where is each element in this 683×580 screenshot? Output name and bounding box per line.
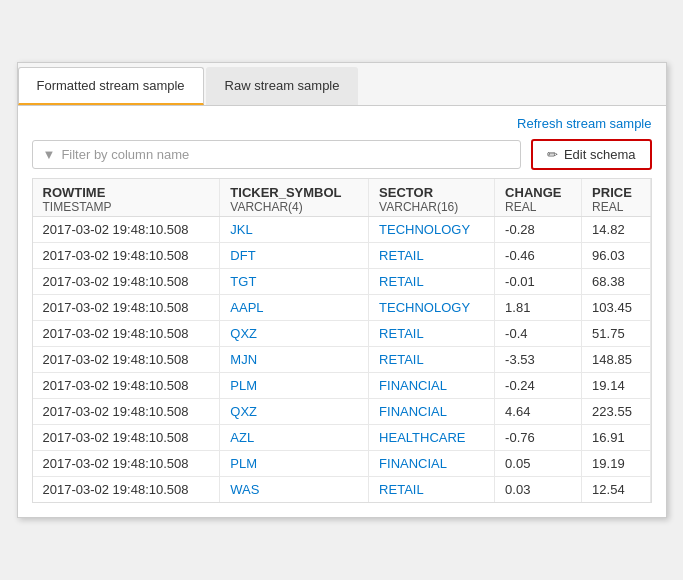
data-table: ROWTIME TIMESTAMP TICKER_SYMBOL VARCHAR(… <box>33 179 651 502</box>
cell-price: 12.54 <box>582 477 650 503</box>
tab-formatted-label: Formatted stream sample <box>37 78 185 93</box>
filter-row: ▼ Filter by column name ✏ Edit schema <box>32 139 652 170</box>
cell-sector: RETAIL <box>369 347 495 373</box>
cell-change: -0.4 <box>495 321 582 347</box>
cell-change: 0.03 <box>495 477 582 503</box>
tab-bar: Formatted stream sample Raw stream sampl… <box>18 63 666 106</box>
main-window: Formatted stream sample Raw stream sampl… <box>17 62 667 518</box>
cell-rowtime: 2017-03-02 19:48:10.508 <box>33 243 220 269</box>
cell-sector: RETAIL <box>369 321 495 347</box>
filter-input[interactable]: ▼ Filter by column name <box>32 140 521 169</box>
cell-ticker: PLM <box>220 373 369 399</box>
col-header-change: CHANGE REAL <box>495 179 582 217</box>
cell-rowtime: 2017-03-02 19:48:10.508 <box>33 321 220 347</box>
table-row: 2017-03-02 19:48:10.508 QXZ RETAIL -0.4 … <box>33 321 651 347</box>
cell-change: 1.81 <box>495 295 582 321</box>
cell-price: 103.45 <box>582 295 650 321</box>
cell-ticker: JKL <box>220 217 369 243</box>
cell-sector: RETAIL <box>369 477 495 503</box>
cell-rowtime: 2017-03-02 19:48:10.508 <box>33 373 220 399</box>
table-row: 2017-03-02 19:48:10.508 WAS RETAIL 0.03 … <box>33 477 651 503</box>
table-row: 2017-03-02 19:48:10.508 TGT RETAIL -0.01… <box>33 269 651 295</box>
pencil-icon: ✏ <box>547 147 558 162</box>
table-header-row: ROWTIME TIMESTAMP TICKER_SYMBOL VARCHAR(… <box>33 179 651 217</box>
table-row: 2017-03-02 19:48:10.508 JKL TECHNOLOGY -… <box>33 217 651 243</box>
cell-change: 0.05 <box>495 451 582 477</box>
cell-price: 96.03 <box>582 243 650 269</box>
table-row: 2017-03-02 19:48:10.508 PLM FINANCIAL -0… <box>33 373 651 399</box>
cell-rowtime: 2017-03-02 19:48:10.508 <box>33 477 220 503</box>
toolbar: Refresh stream sample <box>32 116 652 131</box>
cell-price: 19.19 <box>582 451 650 477</box>
table-row: 2017-03-02 19:48:10.508 MJN RETAIL -3.53… <box>33 347 651 373</box>
cell-ticker: QXZ <box>220 321 369 347</box>
cell-change: -3.53 <box>495 347 582 373</box>
filter-placeholder: Filter by column name <box>61 147 189 162</box>
cell-ticker: DFT <box>220 243 369 269</box>
cell-price: 148.85 <box>582 347 650 373</box>
table-row: 2017-03-02 19:48:10.508 PLM FINANCIAL 0.… <box>33 451 651 477</box>
cell-rowtime: 2017-03-02 19:48:10.508 <box>33 347 220 373</box>
cell-price: 223.55 <box>582 399 650 425</box>
cell-change: 4.64 <box>495 399 582 425</box>
cell-sector: RETAIL <box>369 243 495 269</box>
cell-sector: FINANCIAL <box>369 399 495 425</box>
cell-rowtime: 2017-03-02 19:48:10.508 <box>33 217 220 243</box>
cell-price: 14.82 <box>582 217 650 243</box>
edit-schema-button[interactable]: ✏ Edit schema <box>531 139 652 170</box>
cell-sector: FINANCIAL <box>369 373 495 399</box>
cell-ticker: MJN <box>220 347 369 373</box>
cell-ticker: TGT <box>220 269 369 295</box>
cell-rowtime: 2017-03-02 19:48:10.508 <box>33 295 220 321</box>
refresh-link[interactable]: Refresh stream sample <box>517 116 651 131</box>
cell-rowtime: 2017-03-02 19:48:10.508 <box>33 425 220 451</box>
cell-rowtime: 2017-03-02 19:48:10.508 <box>33 269 220 295</box>
tab-raw[interactable]: Raw stream sample <box>206 67 359 105</box>
col-header-price: PRICE REAL <box>582 179 650 217</box>
tab-formatted[interactable]: Formatted stream sample <box>18 67 204 105</box>
cell-change: -0.76 <box>495 425 582 451</box>
cell-sector: HEALTHCARE <box>369 425 495 451</box>
cell-ticker: AAPL <box>220 295 369 321</box>
cell-ticker: PLM <box>220 451 369 477</box>
table-row: 2017-03-02 19:48:10.508 DFT RETAIL -0.46… <box>33 243 651 269</box>
cell-change: -0.24 <box>495 373 582 399</box>
cell-sector: RETAIL <box>369 269 495 295</box>
tab-raw-label: Raw stream sample <box>225 78 340 93</box>
table-row: 2017-03-02 19:48:10.508 AAPL TECHNOLOGY … <box>33 295 651 321</box>
data-table-wrapper[interactable]: ROWTIME TIMESTAMP TICKER_SYMBOL VARCHAR(… <box>32 178 652 503</box>
cell-price: 19.14 <box>582 373 650 399</box>
col-header-rowtime: ROWTIME TIMESTAMP <box>33 179 220 217</box>
table-row: 2017-03-02 19:48:10.508 QXZ FINANCIAL 4.… <box>33 399 651 425</box>
cell-change: -0.01 <box>495 269 582 295</box>
cell-change: -0.28 <box>495 217 582 243</box>
cell-sector: FINANCIAL <box>369 451 495 477</box>
col-header-sector: SECTOR VARCHAR(16) <box>369 179 495 217</box>
cell-rowtime: 2017-03-02 19:48:10.508 <box>33 399 220 425</box>
filter-icon: ▼ <box>43 147 56 162</box>
cell-price: 51.75 <box>582 321 650 347</box>
cell-sector: TECHNOLOGY <box>369 295 495 321</box>
cell-price: 68.38 <box>582 269 650 295</box>
table-row: 2017-03-02 19:48:10.508 AZL HEALTHCARE -… <box>33 425 651 451</box>
cell-rowtime: 2017-03-02 19:48:10.508 <box>33 451 220 477</box>
cell-ticker: WAS <box>220 477 369 503</box>
tab-content: Refresh stream sample ▼ Filter by column… <box>18 106 666 517</box>
cell-ticker: QXZ <box>220 399 369 425</box>
edit-schema-label: Edit schema <box>564 147 636 162</box>
cell-sector: TECHNOLOGY <box>369 217 495 243</box>
cell-price: 16.91 <box>582 425 650 451</box>
cell-ticker: AZL <box>220 425 369 451</box>
cell-change: -0.46 <box>495 243 582 269</box>
col-header-ticker: TICKER_SYMBOL VARCHAR(4) <box>220 179 369 217</box>
